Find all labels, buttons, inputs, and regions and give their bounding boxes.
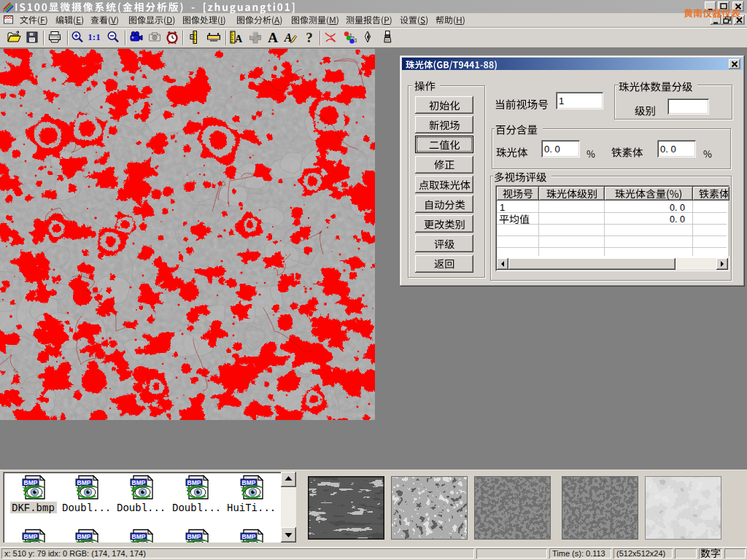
svg-text:A: A <box>235 34 243 44</box>
svg-text:A: A <box>268 30 278 44</box>
svg-text:?: ? <box>306 30 313 44</box>
svg-text:DOC: DOC <box>4 15 13 20</box>
svg-text:1:1: 1:1 <box>88 31 100 42</box>
svg-text:3: 3 <box>355 37 357 44</box>
